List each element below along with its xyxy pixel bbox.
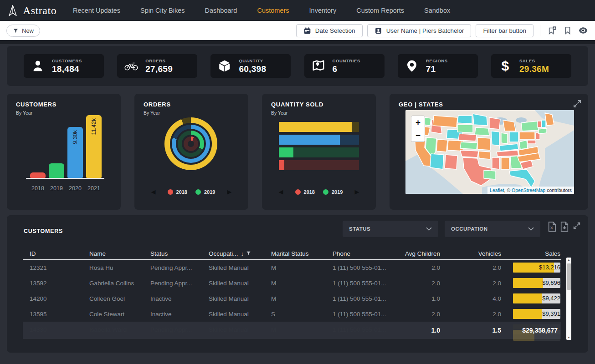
nav-item-spin-city-bikes[interactable]: Spin City Bikes (140, 7, 185, 14)
bar-2018[interactable] (30, 172, 46, 178)
kpi-value: 71 (426, 64, 448, 74)
cell-vehicles: 2.0 (440, 311, 501, 318)
nav-item-dashboard[interactable]: Dashboard (205, 7, 237, 14)
hbar-2021[interactable] (279, 122, 359, 132)
legend-item-2019[interactable]: 2019 (323, 189, 343, 195)
table-row[interactable]: 14200Colleen GoelInactiveSkilled ManualM… (23, 291, 561, 306)
file-export-icon[interactable] (560, 222, 569, 230)
nav-item-sandbox[interactable]: Sandbox (424, 7, 450, 14)
sales-bar-label: $13,216 (513, 263, 560, 273)
brand-name: Astrato (23, 5, 56, 17)
cell-status: Pending Appr... (150, 264, 209, 271)
kpi-card-regions[interactable]: REGIONS71 (398, 54, 478, 78)
legend-dot (323, 189, 328, 195)
legend-next-arrow[interactable]: ▶ (351, 188, 363, 195)
nav-item-custom-reports[interactable]: Custom Reports (356, 7, 404, 14)
scroll-up-arrow[interactable]: ▲ (566, 258, 571, 261)
kpi-card-countries[interactable]: COUNTRIES6 (304, 54, 385, 78)
cell-name: Colleen Goel (89, 295, 150, 302)
column-header-avg-children[interactable]: Avg Children (400, 250, 440, 257)
scrollbar-thumb[interactable] (567, 263, 571, 290)
kpi-text: CUSTOMERS18,484 (52, 58, 82, 74)
legend-next-arrow[interactable]: ▶ (223, 188, 235, 195)
sales-bar: $9,422 (513, 293, 560, 303)
x-axis-labels: 2018201920202021 (26, 185, 104, 192)
bar-2019[interactable] (49, 163, 64, 178)
zoom-out-button[interactable]: − (411, 129, 425, 142)
bar-2020[interactable]: 9.30k (67, 127, 83, 178)
leaflet-map[interactable]: + − Leaflet, © OpenStreetMap contributor… (405, 110, 574, 194)
column-header-occupati-[interactable]: Occupati...↓ (209, 250, 271, 257)
chevron-down-icon (528, 227, 534, 231)
charts-row: CUSTOMERS By Year 9.30k11.42k 2018201920… (7, 94, 588, 210)
geo-states-panel: GEO | STATES (390, 94, 588, 210)
sales-bar: $9,696 (513, 278, 560, 288)
legend-item-2019[interactable]: 2019 (195, 189, 215, 195)
column-header-label: Avg Children (405, 250, 440, 257)
column-header-status[interactable]: Status (150, 250, 209, 257)
excel-export-icon[interactable]: X (548, 222, 556, 230)
geo-title: GEO | STATES (399, 101, 579, 108)
new-filter-button[interactable]: New (6, 25, 40, 37)
table-row[interactable]: 13595Cole StewartInactiveSkilled ManualS… (23, 306, 561, 322)
legend-dot (168, 189, 173, 195)
column-header-id[interactable]: ID (30, 250, 89, 257)
eye-icon[interactable] (578, 25, 589, 36)
table-scrollbar[interactable]: ▲ ▼ (566, 258, 571, 340)
kpi-card-orders[interactable]: ORDERS27,659 (117, 54, 197, 78)
legend-prev-arrow[interactable]: ◀ (275, 188, 287, 195)
table-row[interactable]: 13592Gabriella CollinsPending Appr...Ski… (23, 275, 561, 291)
column-header-vehicles[interactable]: Vehicles (440, 250, 501, 257)
brand-logo[interactable]: Astrato (6, 4, 62, 17)
filter-bar-button[interactable]: Filter bar button (476, 24, 533, 37)
legend-label: 2019 (332, 189, 343, 195)
column-header-sales[interactable]: Sales (501, 250, 560, 257)
column-header-marital-status[interactable]: Marital Status (271, 250, 333, 257)
hbar-2020[interactable] (279, 135, 359, 145)
table-totals-row: 1.01.5$29,358,677 (23, 322, 561, 339)
scroll-down-arrow[interactable]: ▼ (566, 336, 571, 339)
nav-item-inventory[interactable]: Inventory (309, 7, 337, 14)
legend-item-2018[interactable]: 2018 (295, 189, 315, 195)
map-icon (310, 59, 327, 73)
zoom-in-button[interactable]: + (411, 116, 425, 129)
legend-item-2018[interactable]: 2018 (168, 189, 187, 195)
nav-item-customers[interactable]: Customers (257, 7, 289, 14)
column-header-name[interactable]: Name (89, 250, 150, 257)
kpi-value: 27,659 (145, 64, 173, 74)
date-selection-button[interactable]: Date Selection (296, 24, 363, 37)
chart-legend: ◀20182019▶ (134, 188, 248, 195)
kpi-label: CUSTOMERS (52, 58, 82, 63)
x-tick-label: 2018 (30, 185, 46, 192)
bar-2021[interactable]: 11.42k (86, 115, 102, 178)
cell-id: 12321 (30, 264, 89, 271)
table-row[interactable]: 12321Rosa HuPending Appr...Skilled Manua… (23, 260, 561, 275)
hbar-2019[interactable] (279, 147, 359, 157)
expand-icon[interactable] (573, 222, 581, 230)
hbar-2018[interactable] (279, 160, 359, 170)
legend-label: 2018 (304, 189, 315, 195)
bicycle-icon (123, 59, 140, 73)
user-name-button[interactable]: User Name | Piers Batchelor (367, 24, 472, 37)
status-filter-dropdown[interactable]: STATUS (343, 221, 438, 237)
sort-desc-icon[interactable]: ↓ (241, 250, 244, 257)
cell-avg-children: 1.0 (400, 295, 440, 302)
cell-vehicles: 2.0 (440, 280, 501, 287)
expand-icon[interactable] (573, 99, 582, 108)
osm-link[interactable]: OpenStreetMap (512, 187, 545, 193)
x-tick-label: 2020 (67, 185, 83, 192)
bookmark-icon[interactable] (562, 25, 573, 36)
filter-funnel-icon[interactable] (246, 250, 251, 257)
column-header-phone[interactable]: Phone (333, 250, 400, 257)
header-icons: ↓ (241, 250, 251, 257)
legend-prev-arrow[interactable]: ◀ (148, 188, 159, 195)
kpi-card-customers[interactable]: CUSTOMERS18,484 (24, 54, 104, 78)
bookmark-add-icon[interactable] (547, 25, 558, 36)
occupation-filter-dropdown[interactable]: OCCUPATION (445, 221, 540, 237)
kpi-label: SALES (519, 58, 549, 63)
nav-item-recent-updates[interactable]: Recent Updates (73, 7, 120, 14)
kpi-card-quantity[interactable]: QUANTITY60,398 (210, 54, 291, 78)
kpi-card-sales[interactable]: $SALES29.36M (491, 54, 571, 78)
leaflet-link[interactable]: Leaflet (490, 187, 504, 193)
astrato-logo-icon (6, 4, 19, 17)
